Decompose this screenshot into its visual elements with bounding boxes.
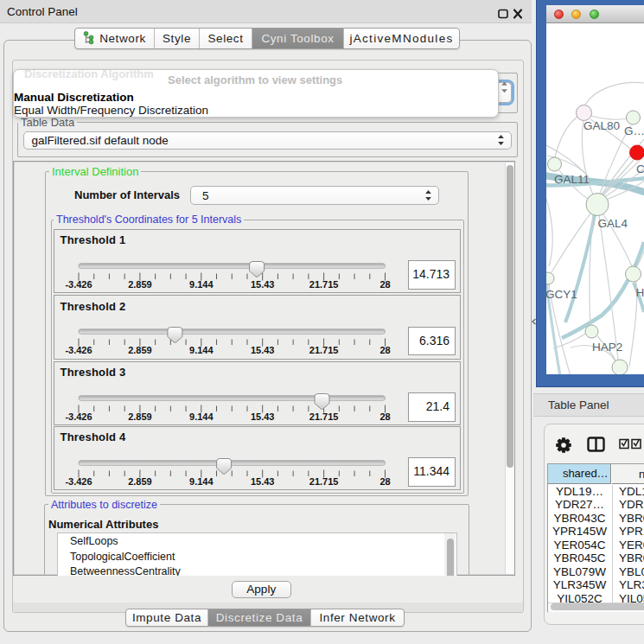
svg-text:-3.426: -3.426 [65, 279, 92, 290]
svg-text:GCY1: GCY1 [546, 288, 577, 301]
svg-text:15.43: 15.43 [250, 476, 274, 487]
svg-text:21.715: 21.715 [309, 411, 338, 422]
svg-text:28: 28 [379, 345, 390, 355]
svg-text:21.715: 21.715 [309, 345, 338, 355]
svg-text:-3.426: -3.426 [65, 476, 92, 487]
svg-text:GAL11: GAL11 [554, 173, 590, 186]
svg-text:HAP2: HAP2 [592, 341, 622, 354]
svg-text:28: 28 [379, 411, 390, 422]
svg-text:9.144: 9.144 [189, 279, 214, 290]
svg-text:GAL80: GAL80 [583, 119, 620, 132]
svg-text:2.859: 2.859 [128, 411, 152, 422]
svg-text:C…: C… [636, 163, 644, 175]
svg-text:-3.426: -3.426 [65, 411, 92, 422]
svg-text:15.43: 15.43 [250, 345, 274, 355]
svg-text:9.144: 9.144 [189, 476, 214, 487]
svg-text:H: H [636, 286, 644, 299]
svg-text:15.43: 15.43 [250, 279, 274, 290]
svg-text:G…: G… [624, 124, 644, 137]
svg-text:-3.426: -3.426 [65, 345, 92, 355]
svg-text:28: 28 [379, 476, 390, 487]
svg-text:28: 28 [379, 279, 390, 290]
svg-text:21.715: 21.715 [309, 476, 338, 487]
svg-text:2.859: 2.859 [128, 279, 152, 290]
svg-text:15.43: 15.43 [250, 411, 274, 422]
svg-text:21.715: 21.715 [309, 279, 338, 290]
svg-text:2.859: 2.859 [128, 345, 152, 355]
svg-text:9.144: 9.144 [189, 411, 214, 422]
svg-text:9.144: 9.144 [189, 345, 214, 355]
svg-text:GAL4: GAL4 [598, 217, 628, 230]
svg-text:2.859: 2.859 [128, 476, 152, 487]
